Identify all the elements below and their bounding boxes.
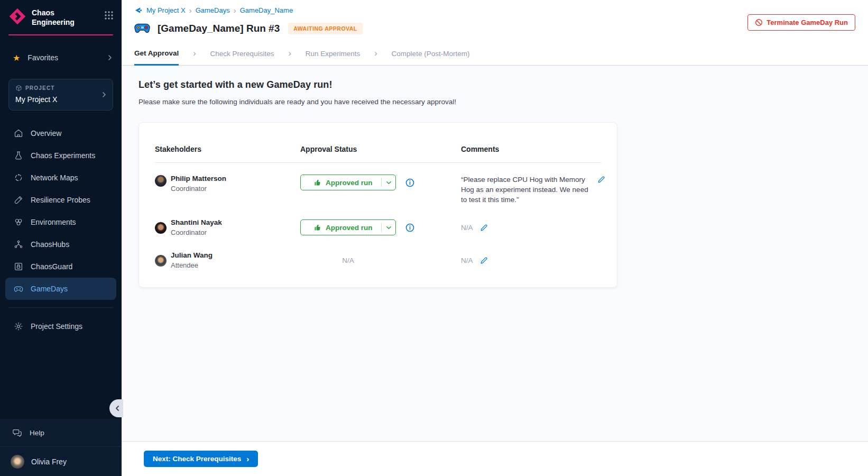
project-name: My Project X <box>15 95 106 104</box>
page-header: My Project X › GameDays › GameDay_Name [… <box>122 0 868 42</box>
stakeholder-role: Coordinator <box>171 228 222 236</box>
footer-bar: Next: Check Prerequisites › <box>122 441 868 476</box>
approval-status-label: Approved run <box>326 179 373 187</box>
avatar <box>155 222 167 234</box>
user-menu[interactable]: Olivia Frey <box>0 446 122 476</box>
edit-comment-icon[interactable] <box>480 257 488 264</box>
favorites-label: Favorites <box>27 53 107 62</box>
chevron-right-icon <box>107 54 113 61</box>
avatar <box>155 175 167 187</box>
sidebar-item-label: GameDays <box>31 285 68 293</box>
approval-status-na: N/A <box>300 257 396 264</box>
sidebar-collapse-handle[interactable] <box>109 399 123 417</box>
app: Chaos Engineering ★ Favorites PROJECT <box>0 0 868 476</box>
app-launcher-grid-icon[interactable] <box>104 10 114 21</box>
tab-get-approval[interactable]: Get Approval <box>134 42 179 66</box>
sidebar-item-overview[interactable]: Overview <box>5 122 116 144</box>
gear-icon <box>14 322 23 331</box>
help-chat-icon <box>13 428 22 437</box>
comment-na: N/A <box>461 224 473 232</box>
terminate-gameday-button[interactable]: Terminate GameDay Run <box>747 14 855 31</box>
chevron-right-icon: › <box>274 42 305 65</box>
sidebar-item-gamedays[interactable]: GameDays <box>5 278 116 300</box>
table-row: Philip Matterson Coordinator Approved ru… <box>155 175 601 205</box>
breadcrumb: My Project X › GameDays › GameDay_Name <box>134 6 855 14</box>
info-icon[interactable] <box>405 178 414 187</box>
sidebar-item-label: ChaosGuard <box>31 262 72 271</box>
lock-icon <box>14 262 23 271</box>
section-subheading: Please make sure the following individua… <box>138 98 855 106</box>
comment-na: N/A <box>461 257 473 264</box>
chaos-engineering-logo-icon <box>8 7 26 25</box>
star-icon: ★ <box>13 53 20 63</box>
hub-icon <box>14 240 23 249</box>
chevron-right-icon: › <box>360 42 391 65</box>
sidebar-item-project-settings[interactable]: Project Settings <box>5 315 116 337</box>
approval-status-label: Approved run <box>326 224 373 232</box>
table-divider <box>155 162 601 163</box>
table-header-row: Stakeholders Approval Status Comments <box>155 145 601 153</box>
home-icon <box>14 129 23 138</box>
user-avatar <box>11 455 24 469</box>
avatar <box>155 255 167 267</box>
content: Let’s get started with a new GameDay run… <box>122 66 868 441</box>
next-button-label: Next: Check Prerequisites <box>153 455 241 463</box>
tab-complete-post-mortem[interactable]: Complete (Post-Mortem) <box>392 42 470 65</box>
breadcrumb-link-gamedays[interactable]: GameDays <box>196 6 230 14</box>
sidebar-item-environments[interactable]: Environments <box>5 211 116 233</box>
info-icon[interactable] <box>405 223 414 232</box>
thumbs-up-icon <box>313 224 321 232</box>
chevron-right-icon: › <box>246 455 249 463</box>
sidebar-item-label: Environments <box>31 218 76 226</box>
stakeholder-role: Coordinator <box>171 185 226 193</box>
sidebar-bottom: Help Olivia Frey <box>0 419 122 476</box>
chevron-right-icon <box>101 91 107 98</box>
terminate-label: Terminate GameDay Run <box>767 19 848 26</box>
chevron-left-icon <box>115 406 120 411</box>
sidebar-item-chaos-experiments[interactable]: Chaos Experiments <box>5 144 116 167</box>
table-row: Julian Wang Attendee N/A N/A <box>155 251 601 269</box>
environments-icon <box>14 217 23 227</box>
sidebar-item-chaoshubs[interactable]: ChaosHubs <box>5 233 116 255</box>
harness-icon <box>134 6 142 14</box>
sidebar-header: Chaos Engineering <box>0 0 122 33</box>
sidebar-item-chaosguard[interactable]: ChaosGuard <box>5 255 116 278</box>
approval-status-dropdown[interactable]: Approved run <box>300 175 396 190</box>
column-header-comments: Comments <box>461 145 601 153</box>
gamepad-emoji-icon <box>134 23 150 34</box>
stakeholder-name: Philip Matterson <box>171 175 226 182</box>
sidebar: Chaos Engineering ★ Favorites PROJECT <box>0 0 122 476</box>
sidebar-item-label: Resilience Probes <box>31 196 90 204</box>
network-map-icon <box>14 173 23 182</box>
sidebar-item-label: Chaos Experiments <box>31 151 95 160</box>
project-selector[interactable]: PROJECT My Project X <box>8 79 113 111</box>
sidebar-item-network-maps[interactable]: Network Maps <box>5 167 116 189</box>
tab-check-prerequisites[interactable]: Check Prerequisites <box>210 42 274 65</box>
chevron-right-icon: › <box>189 6 192 14</box>
edit-comment-icon[interactable] <box>597 176 605 184</box>
sidebar-item-label: ChaosHubs <box>31 240 69 249</box>
tab-run-experiments[interactable]: Run Experiments <box>306 42 361 65</box>
edit-comment-icon[interactable] <box>480 224 488 232</box>
gamepad-icon <box>14 284 23 294</box>
user-name: Olivia Frey <box>31 457 67 466</box>
stakeholders-card: Stakeholders Approval Status Comments Ph… <box>138 122 617 288</box>
next-check-prerequisites-button[interactable]: Next: Check Prerequisites › <box>144 451 258 467</box>
sidebar-item-label: Network Maps <box>31 173 78 182</box>
main-area: My Project X › GameDays › GameDay_Name [… <box>122 0 868 476</box>
stakeholder-name: Julian Wang <box>171 251 213 259</box>
sidebar-item-favorites[interactable]: ★ Favorites <box>0 48 122 67</box>
approval-status-dropdown[interactable]: Approved run <box>300 219 396 235</box>
flask-icon <box>14 151 23 160</box>
stakeholder-role: Attendee <box>171 261 213 269</box>
comment-text: “Please replace CPU Hog with Memory Hog … <box>461 175 591 205</box>
sidebar-item-help[interactable]: Help <box>0 419 122 446</box>
breadcrumb-link-gameday-name[interactable]: GameDay_Name <box>240 6 293 14</box>
table-row: Shantini Nayak Coordinator Approved run <box>155 218 601 236</box>
column-header-stakeholders: Stakeholders <box>155 145 300 153</box>
breadcrumb-link-project[interactable]: My Project X <box>146 6 186 14</box>
page-title: [GameDay_Name] Run #3 <box>158 23 280 34</box>
sidebar-item-label: Project Settings <box>31 322 82 331</box>
brand-title: Chaos Engineering <box>32 7 104 27</box>
sidebar-item-resilience-probes[interactable]: Resilience Probes <box>5 189 116 211</box>
